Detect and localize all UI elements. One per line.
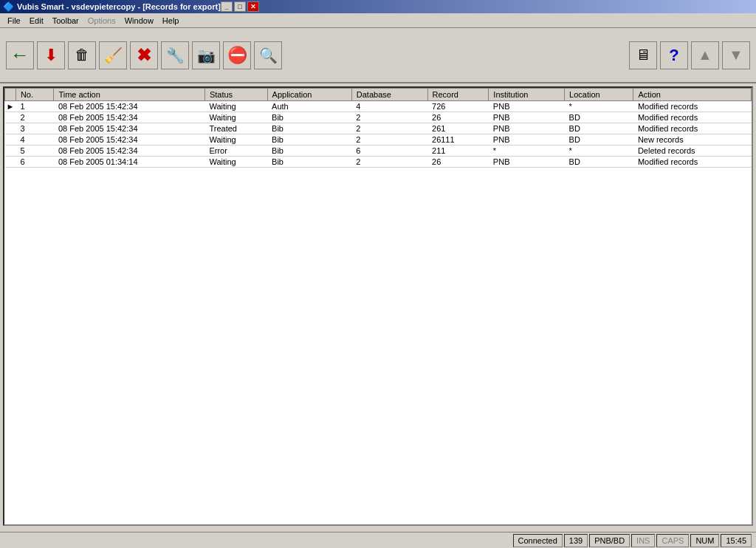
wrench-icon: 🔧	[166, 47, 185, 64]
cell-5: 6	[351, 145, 427, 157]
menu-file[interactable]: File	[3, 15, 25, 27]
cell-8: BD	[565, 134, 633, 145]
cell-2: 08 Feb 2005 15:42:34	[54, 123, 205, 134]
down-button[interactable]: ▼	[722, 41, 750, 69]
cell-1: 4	[16, 134, 53, 145]
status-db: PNB/BD	[589, 534, 630, 547]
ins-text: INS	[636, 536, 650, 545]
table-row[interactable]: 608 Feb 2005 01:34:14WaitingBib226PNBBDM…	[5, 157, 752, 168]
cell-2: 08 Feb 2005 15:42:34	[54, 112, 205, 123]
title-bar: 🔷 Vubis Smart - vsdevpietercopy - [Recor…	[0, 0, 756, 13]
cell-7: PNB	[489, 112, 565, 123]
back-icon: ←	[10, 44, 30, 66]
up-icon: ▲	[698, 47, 712, 64]
cell-8: *	[565, 101, 633, 112]
cell-4: Bib	[267, 123, 351, 134]
cell-6: 26	[427, 112, 489, 123]
col-action: Action	[633, 89, 752, 101]
help-icon: ?	[669, 46, 678, 65]
help-button[interactable]: ?	[660, 41, 688, 69]
cell-6: 261	[427, 123, 489, 134]
cell-1: 5	[16, 145, 53, 157]
cell-2: 08 Feb 2005 15:42:34	[54, 134, 205, 145]
content-area: No. Time action Status Application Datab…	[3, 86, 753, 526]
col-database: Database	[351, 89, 427, 101]
col-institution: Institution	[489, 89, 565, 101]
stop-icon: ⛔	[227, 46, 247, 65]
table-row[interactable]: ►108 Feb 2005 15:42:34WaitingAuth4726PNB…	[5, 101, 752, 112]
cell-9: Modified records	[633, 112, 752, 123]
row-indicator	[5, 145, 16, 157]
cell-7: PNB	[489, 157, 565, 168]
search-icon: 🔍	[259, 47, 278, 64]
cell-8: BD	[565, 112, 633, 123]
cell-5: 4	[351, 101, 427, 112]
row-indicator	[5, 157, 16, 168]
cell-7: PNB	[489, 123, 565, 134]
cell-2: 08 Feb 2005 01:34:14	[54, 157, 205, 168]
broom-button[interactable]: 🧹	[99, 41, 127, 69]
col-time: Time action	[54, 89, 205, 101]
table-row[interactable]: 208 Feb 2005 15:42:34WaitingBib226PNBBDM…	[5, 112, 752, 123]
down-icon: ▼	[729, 47, 743, 64]
cell-1: 3	[16, 123, 53, 134]
download-button[interactable]: ⬇	[37, 41, 65, 69]
cell-3: Waiting	[205, 112, 267, 123]
cell-8: BD	[565, 157, 633, 168]
cell-3: Waiting	[205, 134, 267, 145]
cancel-button[interactable]: ✖	[130, 41, 158, 69]
search-button[interactable]: 🔍	[254, 41, 282, 69]
cell-7: PNB	[489, 134, 565, 145]
monitor-button[interactable]: 🖥	[629, 41, 657, 69]
cell-5: 2	[351, 134, 427, 145]
menu-toolbar[interactable]: Toolbar	[48, 15, 83, 27]
number-text: 139	[569, 536, 583, 545]
delete-button[interactable]: 🗑	[68, 41, 96, 69]
cell-8: BD	[565, 123, 633, 134]
back-button[interactable]: ←	[6, 41, 34, 69]
col-location: Location	[565, 89, 633, 101]
stop-button[interactable]: ⛔	[223, 41, 251, 69]
status-bar: Connected 139 PNB/BD INS CAPS NUM 15:45	[0, 532, 756, 548]
row-indicator	[5, 123, 16, 134]
close-button[interactable]: ✕	[247, 1, 259, 12]
cancel-icon: ✖	[137, 45, 151, 66]
cell-5: 2	[351, 112, 427, 123]
status-num: NUM	[690, 534, 719, 547]
title-text: Vubis Smart - vsdevpietercopy - [Records…	[17, 2, 221, 11]
db-text: PNB/BD	[594, 536, 625, 545]
table-body: ►108 Feb 2005 15:42:34WaitingAuth4726PNB…	[5, 101, 752, 168]
cell-4: Auth	[267, 101, 351, 112]
cell-1: 1	[16, 101, 53, 112]
menu-help[interactable]: Help	[158, 15, 184, 27]
cell-2: 08 Feb 2005 15:42:34	[54, 101, 205, 112]
monitor-icon: 🖥	[636, 47, 650, 64]
cell-3: Waiting	[205, 101, 267, 112]
camera-button[interactable]: 📷	[192, 41, 220, 69]
minimize-button[interactable]: _	[221, 1, 233, 12]
cell-9: Deleted records	[633, 145, 752, 157]
cell-1: 2	[16, 112, 53, 123]
table-header-row: No. Time action Status Application Datab…	[5, 89, 752, 101]
app-icon: 🔷	[3, 1, 14, 12]
menu-window[interactable]: Window	[120, 15, 158, 27]
camera-icon: 📷	[197, 47, 216, 64]
table-row[interactable]: 308 Feb 2005 15:42:34TreatedBib2261PNBBD…	[5, 123, 752, 134]
row-indicator	[5, 112, 16, 123]
status-time: 15:45	[721, 534, 752, 547]
cell-9: Modified records	[633, 123, 752, 134]
status-number: 139	[564, 534, 588, 547]
menu-bar: File Edit Toolbar Options Window Help	[0, 13, 756, 28]
cell-9: Modified records	[633, 157, 752, 168]
wrench-button[interactable]: 🔧	[161, 41, 189, 69]
up-button[interactable]: ▲	[691, 41, 719, 69]
menu-edit[interactable]: Edit	[25, 15, 48, 27]
table-row[interactable]: 408 Feb 2005 15:42:34WaitingBib226111PNB…	[5, 134, 752, 145]
table-row[interactable]: 508 Feb 2005 15:42:34ErrorBib6211**Delet…	[5, 145, 752, 157]
title-controls[interactable]: _ □ ✕	[221, 1, 259, 12]
maximize-button[interactable]: □	[234, 1, 246, 12]
records-table: No. Time action Status Application Datab…	[4, 88, 752, 168]
cell-7: *	[489, 145, 565, 157]
cell-6: 26111	[427, 134, 489, 145]
cell-4: Bib	[267, 112, 351, 123]
